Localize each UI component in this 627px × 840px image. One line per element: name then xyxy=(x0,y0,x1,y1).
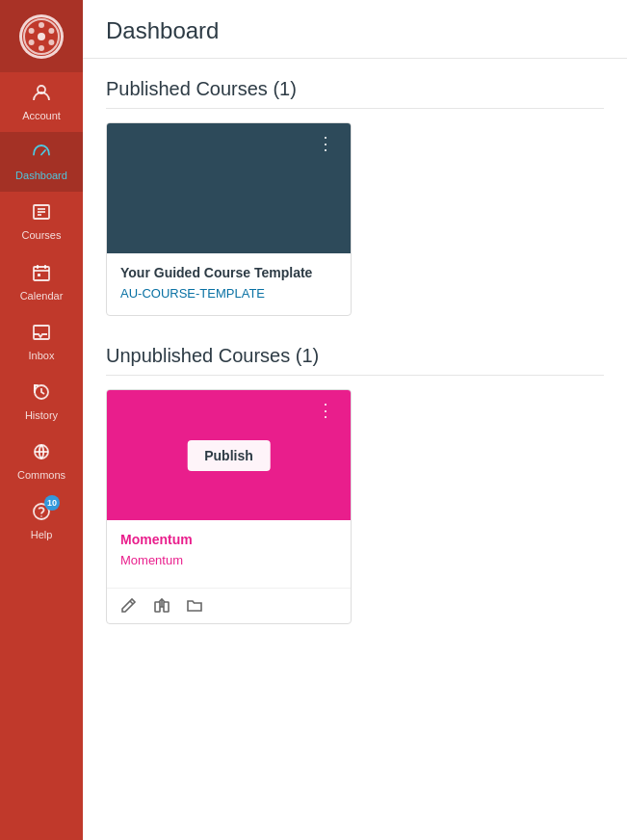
history-icon xyxy=(31,381,52,406)
sidebar-item-commons-label: Commons xyxy=(17,469,65,482)
sidebar-item-dashboard[interactable]: Dashboard xyxy=(0,132,83,192)
published-courses-grid: ⋮ Your Guided Course Template AU-COURSE-… xyxy=(106,122,604,316)
unpublished-courses-grid: Publish ⋮ Momentum Momentum xyxy=(106,389,604,624)
sidebar: Account Dashboard Courses xyxy=(0,0,83,840)
sidebar-item-courses[interactable]: Courses xyxy=(0,192,83,251)
help-icon: 10 xyxy=(31,501,52,525)
course-card-actions xyxy=(107,588,351,623)
course-options-button-1[interactable]: ⋮ xyxy=(311,133,341,154)
help-badge-wrapper: 10 xyxy=(31,501,52,525)
logo-svg xyxy=(22,17,61,56)
edit-course-icon[interactable] xyxy=(120,596,138,614)
sidebar-item-inbox-label: Inbox xyxy=(29,350,55,362)
svg-point-3 xyxy=(48,28,54,34)
share-course-icon[interactable] xyxy=(153,596,170,614)
help-notification-badge: 10 xyxy=(44,495,60,511)
page-header: Dashboard xyxy=(83,0,627,59)
courses-icon xyxy=(31,201,52,225)
svg-point-2 xyxy=(39,22,44,28)
course-thumbnail-2: Publish ⋮ xyxy=(107,390,351,520)
sidebar-item-commons[interactable]: Commons xyxy=(0,432,83,491)
svg-point-4 xyxy=(48,39,54,45)
commons-icon xyxy=(31,441,52,465)
course-info-1: Your Guided Course Template AU-COURSE-TE… xyxy=(107,253,351,315)
svg-rect-14 xyxy=(34,267,49,280)
app-logo xyxy=(0,0,83,72)
unpublished-course-card-1: Publish ⋮ Momentum Momentum xyxy=(106,389,352,624)
sidebar-item-dashboard-label: Dashboard xyxy=(15,170,67,182)
published-courses-section: Published Courses (1) ⋮ Your Guided Cour… xyxy=(83,59,627,326)
course-code-link-1[interactable]: AU-COURSE-TEMPLATE xyxy=(120,286,265,301)
sidebar-item-help-label: Help xyxy=(31,529,53,541)
svg-line-25 xyxy=(130,601,133,604)
course-options-button-2[interactable]: ⋮ xyxy=(311,400,341,421)
dashboard-icon xyxy=(31,142,52,166)
published-section-title: Published Courses (1) xyxy=(106,78,604,109)
course-info-2: Momentum Momentum xyxy=(107,520,351,582)
unpublished-courses-section: Unpublished Courses (1) Publish ⋮ Moment… xyxy=(83,326,627,634)
published-course-card-1: ⋮ Your Guided Course Template AU-COURSE-… xyxy=(106,122,352,316)
course-code-link-2[interactable]: Momentum xyxy=(120,553,183,567)
svg-point-1 xyxy=(38,33,45,40)
calendar-icon xyxy=(31,262,52,286)
sidebar-item-calendar-label: Calendar xyxy=(20,290,64,302)
svg-point-5 xyxy=(39,45,44,51)
sidebar-item-history[interactable]: History xyxy=(0,372,83,432)
sidebar-item-account-label: Account xyxy=(22,110,61,122)
svg-line-9 xyxy=(41,150,45,155)
svg-point-24 xyxy=(40,516,42,518)
main-content: Dashboard Published Courses (1) ⋮ Your G… xyxy=(83,0,627,840)
unpublished-section-title: Unpublished Courses (1) xyxy=(106,345,604,376)
inbox-icon xyxy=(31,322,52,346)
move-course-icon[interactable] xyxy=(186,596,203,614)
svg-point-7 xyxy=(29,28,35,34)
sidebar-item-calendar[interactable]: Calendar xyxy=(0,252,83,312)
publish-button[interactable]: Publish xyxy=(187,440,271,471)
course-thumbnail-1: ⋮ xyxy=(107,123,351,253)
account-icon xyxy=(31,82,52,106)
page-title: Dashboard xyxy=(106,17,604,44)
sidebar-item-help[interactable]: 10 Help xyxy=(0,491,83,551)
sidebar-item-courses-label: Courses xyxy=(22,229,62,242)
course-name-2: Momentum xyxy=(120,532,337,547)
svg-rect-26 xyxy=(155,602,160,612)
sidebar-item-inbox[interactable]: Inbox xyxy=(0,312,83,372)
svg-point-6 xyxy=(29,39,35,45)
svg-rect-27 xyxy=(164,602,169,612)
logo-icon xyxy=(19,14,64,59)
sidebar-item-history-label: History xyxy=(25,409,58,422)
svg-rect-18 xyxy=(38,274,40,276)
course-name-1: Your Guided Course Template xyxy=(120,265,337,280)
sidebar-item-account[interactable]: Account xyxy=(0,72,83,132)
